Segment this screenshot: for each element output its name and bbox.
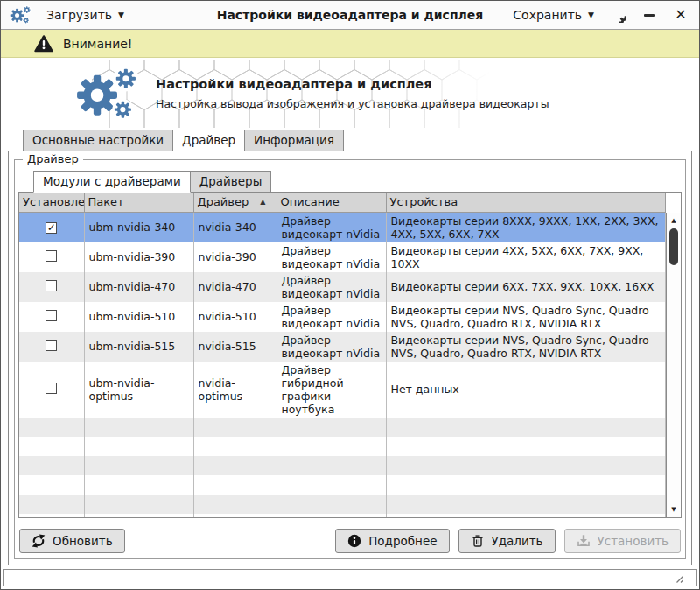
install-button-label: Установить (598, 534, 668, 548)
chevron-down-icon: ▼ (118, 11, 124, 19)
cell-devices: Видеокарты серии 6XX, 7XX, 9XX, 10XX, 16… (386, 272, 666, 302)
delete-button-label: Удалить (492, 534, 543, 548)
minimize-button[interactable] (641, 7, 657, 23)
empty-table-row (19, 475, 666, 495)
column-header-driver-label: Драйвер (198, 195, 249, 208)
page-header: Настройки видеоадаптера и дисплея Настро… (1, 58, 699, 130)
details-button[interactable]: Подробнее (335, 529, 449, 553)
chevron-down-icon: ▼ (588, 11, 594, 19)
table-row[interactable]: ubm-nvidia-optimusnvidia-optimusДрайвер … (19, 362, 666, 418)
refresh-arrows-icon (32, 534, 46, 548)
empty-table-row (19, 456, 666, 475)
table-row[interactable]: ubm-nvidia-390nvidia-390Драйвер видеокар… (19, 242, 666, 272)
title-bar: Настройки видеоадаптера и дисплея Загруз… (1, 1, 699, 30)
empty-table-row (19, 418, 666, 437)
main-tab-bar: Основные настройки Драйвер Информация (1, 130, 699, 151)
gear-icon (611, 8, 626, 23)
installed-checkbox[interactable] (46, 310, 57, 321)
vertical-scrollbar[interactable]: ▲ ▼ (666, 213, 681, 517)
cell-description: Драйвер видеокарт nVidia (276, 212, 386, 242)
driver-table-container: Установлен Пакет Драйвер ▲ Описание Устр… (18, 192, 682, 518)
installed-checkbox-checked[interactable]: ✓ (46, 222, 57, 234)
driver-table: Установлен Пакет Драйвер ▲ Описание Устр… (19, 193, 666, 518)
save-menu-button[interactable]: Сохранить ▼ (513, 8, 594, 22)
delete-button[interactable]: Удалить (458, 529, 556, 553)
settings-button[interactable] (610, 7, 626, 23)
driver-groupbox: Драйвер Модули с драйверами Драйверы Уст… (14, 159, 686, 559)
cell-devices: Нет данных (386, 362, 666, 418)
scrollbar-down-button[interactable]: ▼ (667, 503, 681, 516)
app-window: { "window": { "title": "Настройки видеоа… (0, 0, 700, 590)
load-menu-label: Загрузить (46, 8, 112, 22)
download-install-icon (577, 534, 591, 548)
close-button[interactable]: ✕ (673, 7, 689, 23)
trash-icon (471, 534, 485, 548)
tab-drivers[interactable]: Драйверы (190, 171, 272, 193)
cell-description: Драйвер гибридной графики ноутбука (276, 362, 386, 418)
status-bar (4, 569, 696, 586)
gears-icon (75, 66, 142, 122)
cell-devices: Видеокарты серии NVS, Quadro Sync, Quadr… (386, 332, 666, 362)
column-header-devices[interactable]: Устройства (386, 193, 666, 212)
table-row[interactable]: ubm-nvidia-515nvidia-515Драйвер видеокар… (19, 332, 666, 362)
warning-text: Внимание! (63, 37, 132, 51)
refresh-button-label: Обновить (52, 534, 113, 548)
column-header-package[interactable]: Пакет (84, 193, 193, 212)
cell-package: ubm-nvidia-470 (84, 272, 193, 302)
column-header-driver[interactable]: Драйвер ▲ (193, 193, 276, 212)
page-subtitle: Настройка вывода изображения и установка… (156, 97, 550, 110)
cell-devices: Видеокарты серии NVS, Quadro Sync, Quadr… (386, 302, 666, 332)
cell-package: ubm-nvidia-390 (84, 242, 193, 272)
info-circle-icon (347, 534, 361, 548)
warning-triangle-icon (34, 34, 53, 53)
cell-package: ubm-nvidia-optimus (84, 362, 193, 418)
cell-driver: nvidia-515 (193, 332, 276, 362)
cell-driver: nvidia-390 (193, 242, 276, 272)
save-menu-label: Сохранить (513, 8, 582, 22)
app-logo-gears-icon (10, 5, 32, 25)
cell-driver: nvidia-340 (193, 212, 276, 242)
refresh-button[interactable]: Обновить (19, 529, 125, 553)
cell-devices: Видеокарты серии 8XXX, 9XXX, 1XX, 2XX, 3… (386, 212, 666, 242)
tab-main-settings[interactable]: Основные настройки (23, 130, 173, 151)
tab-information[interactable]: Информация (244, 130, 344, 151)
close-icon: ✕ (675, 8, 686, 22)
resize-grip[interactable] (672, 572, 684, 584)
tab-driver[interactable]: Драйвер (172, 130, 245, 151)
table-row[interactable]: ✓ubm-nvidia-340nvidia-340Драйвер видеока… (19, 212, 666, 242)
table-header-row: Установлен Пакет Драйвер ▲ Описание Устр… (19, 193, 666, 212)
installed-checkbox[interactable] (46, 340, 57, 351)
cell-driver: nvidia-470 (193, 272, 276, 302)
scrollbar-thumb[interactable] (669, 228, 678, 265)
empty-table-row (19, 514, 666, 519)
empty-table-row (19, 437, 666, 456)
cell-driver: nvidia-optimus (193, 362, 276, 418)
driver-tab-panel: Драйвер Модули с драйверами Драйверы Уст… (8, 151, 692, 565)
cell-package: ubm-nvidia-340 (84, 212, 193, 242)
column-header-installed[interactable]: Установлен (19, 193, 84, 212)
installed-checkbox[interactable] (46, 383, 57, 394)
cell-description: Драйвер видеокарт nVidia (276, 332, 386, 362)
cell-description: Драйвер видеокарт nVidia (276, 272, 386, 302)
empty-table-row (19, 495, 666, 514)
driver-table-body: ✓ubm-nvidia-340nvidia-340Драйвер видеока… (19, 212, 666, 518)
installed-checkbox[interactable] (46, 250, 57, 262)
table-row[interactable]: ubm-nvidia-510nvidia-510Драйвер видеокар… (19, 302, 666, 332)
cell-description: Драйвер видеокарт nVidia (276, 242, 386, 272)
sort-ascending-arrow-icon: ▲ (260, 198, 272, 206)
cell-package: ubm-nvidia-515 (84, 332, 193, 362)
groupbox-legend: Драйвер (23, 152, 83, 165)
installed-checkbox[interactable] (46, 280, 57, 291)
cell-package: ubm-nvidia-510 (84, 302, 193, 332)
install-button[interactable]: Установить (564, 529, 681, 553)
scrollbar-up-button[interactable]: ▲ (667, 214, 681, 227)
cell-driver: nvidia-510 (193, 302, 276, 332)
cell-devices: Видеокарты серии 4XX, 5XX, 6XX, 7XX, 9XX… (386, 242, 666, 272)
button-row: Обновить Подробнее Удалить Установить (18, 529, 682, 553)
table-row[interactable]: ubm-nvidia-470nvidia-470Драйвер видеокар… (19, 272, 666, 302)
tab-driver-modules[interactable]: Модули с драйверами (33, 171, 191, 193)
warning-banner: Внимание! (1, 30, 699, 58)
minimize-icon (644, 14, 654, 17)
load-menu-button[interactable]: Загрузить ▼ (46, 8, 124, 22)
column-header-description[interactable]: Описание (276, 193, 386, 212)
